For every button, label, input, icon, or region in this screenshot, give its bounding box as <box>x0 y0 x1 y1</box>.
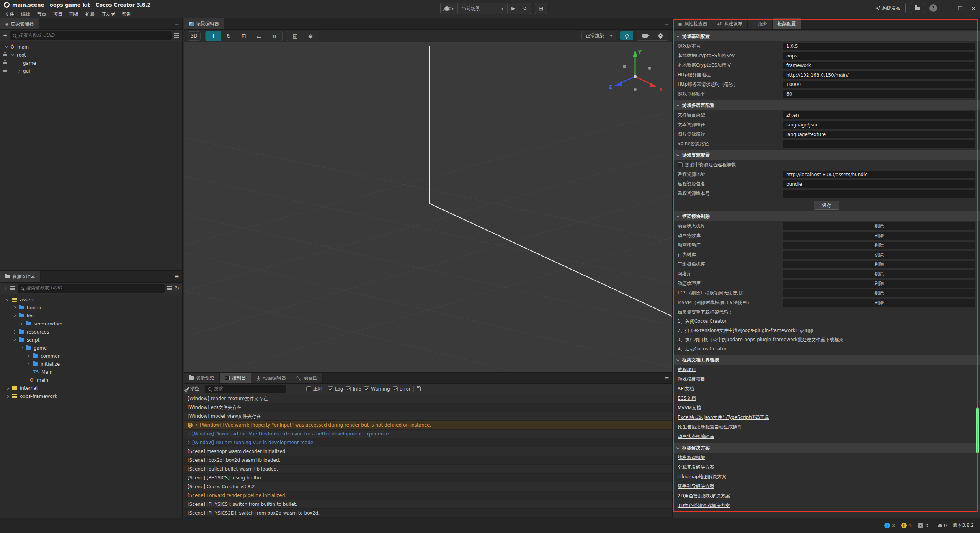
crypto-key-input[interactable]: oops <box>783 52 975 60</box>
link-excel-tool[interactable]: Excel格式转Json文件与TypeScript代码工具 <box>673 413 980 422</box>
status-warning-count[interactable]: ! 1 <box>901 523 912 528</box>
remove-move-button[interactable]: 剔除 <box>783 242 975 249</box>
camera-settings-button[interactable] <box>637 31 653 40</box>
log-row[interactable]: [Scene] [bullet]:bullet wasm lib loaded. <box>184 465 672 474</box>
log-row[interactable]: [Window] model_view文件夹存在 <box>184 412 672 421</box>
panel-menu-icon[interactable]: ≡ <box>175 21 179 27</box>
add-asset-button[interactable]: + <box>3 285 7 291</box>
remote-url-input[interactable]: http://localhost:8083/assets/bundle <box>783 171 975 178</box>
fps-input[interactable]: 60 <box>783 90 975 98</box>
log-row[interactable]: [Scene] [PHYSICS]: using builtin. <box>184 474 672 482</box>
section-module-removal[interactable]: 框架模块剔除 <box>673 211 980 221</box>
link-3d-rpg-solution[interactable]: 3D角色扮演游戏解决方案 <box>673 501 980 510</box>
tree-node-assets[interactable]: assets <box>0 296 182 304</box>
remove-ecs-button[interactable]: 剔除 <box>783 289 975 297</box>
log-row[interactable]: [Scene] [PHYSICS2D]: switch from box2d-w… <box>184 509 672 518</box>
chevron-down-icon[interactable] <box>13 338 16 341</box>
chevron-down-icon[interactable] <box>5 45 8 48</box>
remote-version-input[interactable] <box>783 190 975 198</box>
status-notifications[interactable]: 0 <box>938 523 947 528</box>
tree-node-game[interactable]: game <box>0 59 182 67</box>
expand-chevron-icon[interactable] <box>187 432 190 435</box>
tab-asset-preview[interactable]: 资源预览 <box>184 373 220 383</box>
tree-node-common[interactable]: common <box>0 352 182 360</box>
link-wargame-framework[interactable]: 战棋游戏框架 <box>673 453 980 463</box>
build-publish-button[interactable]: 构建发布 <box>871 3 906 13</box>
lighting-toggle-button[interactable] <box>620 31 633 40</box>
layout-button[interactable]: ⊞ <box>535 3 547 14</box>
tab-assets[interactable]: 资源管理器 <box>0 271 41 282</box>
tab-scene-editor[interactable]: 场景编辑器 <box>184 18 224 29</box>
remove-camera-button[interactable]: 剔除 <box>783 261 975 268</box>
log-row[interactable]: [Scene] meshopt wasm decoder initialized <box>184 447 672 456</box>
dimension-toggle-button[interactable]: 3D <box>188 31 201 41</box>
refresh-icon[interactable]: ↻ <box>175 285 179 291</box>
log-row[interactable]: [Window] ecs文件夹存在 <box>184 403 672 412</box>
move-tool-button[interactable]: ✛ <box>206 31 221 41</box>
gizmo-2d-tool-button[interactable]: ∪ <box>267 31 282 41</box>
tab-framework-config[interactable]: 框架配置 <box>773 18 801 29</box>
chevron-right-icon[interactable] <box>13 330 16 333</box>
crypto-iv-input[interactable]: framework <box>783 62 975 69</box>
chevron-right-icon[interactable] <box>6 394 9 397</box>
section-doc-links[interactable]: 框架文档工具链接 <box>673 355 980 365</box>
link-2d-rpg-solution[interactable]: 2D角色扮演游戏解决方案 <box>673 491 980 501</box>
chevron-right-icon[interactable] <box>26 354 29 357</box>
tree-node-main[interactable]: main <box>0 43 182 51</box>
menu-project[interactable]: 项目 <box>50 10 66 19</box>
filter-warning-checkbox[interactable]: Warning <box>364 386 390 392</box>
status-info-count[interactable]: i 3 <box>884 523 895 528</box>
axis-gizmo[interactable]: Y X Z <box>606 47 664 102</box>
log-file-icon[interactable] <box>416 386 421 391</box>
panel-menu-icon[interactable]: ≡ <box>665 21 669 27</box>
console-search-input[interactable]: 搜索 <box>205 385 286 393</box>
languages-input[interactable]: zh,en <box>783 111 975 119</box>
help-button[interactable]: ? <box>929 4 937 12</box>
log-row-highlight[interactable]: [Scene] Forward render pipeline initiali… <box>184 491 672 500</box>
tree-node-gui[interactable]: gui <box>0 67 182 75</box>
scene-select-dropdown[interactable]: 当前场景 ▾ <box>458 3 508 14</box>
close-button[interactable]: × <box>971 5 976 12</box>
rect-tool-button[interactable]: ▭ <box>252 31 267 41</box>
lock-icon[interactable] <box>3 70 7 72</box>
log-row[interactable]: [Scene] [PHYSICS]: switch from builtin t… <box>184 500 672 509</box>
menu-file[interactable]: 文件 <box>2 10 18 19</box>
chevron-right-icon[interactable] <box>13 306 16 309</box>
link-animator-editor[interactable]: 动画状态机编辑器 <box>673 432 980 441</box>
render-mode-dropdown[interactable]: 正常渲染 ▾ <box>581 31 616 40</box>
coordinate-space-button[interactable]: ◈ <box>303 31 318 41</box>
clear-console-button[interactable]: 清空 <box>187 386 199 392</box>
tree-node-bundle[interactable]: bundle <box>0 304 182 312</box>
reload-button[interactable]: ↺ <box>519 3 531 14</box>
link-api-docs[interactable]: API文档 <box>673 384 980 394</box>
tab-hierarchy[interactable]: ◈ 层级管理器 <box>0 18 39 29</box>
save-button[interactable]: 保存 <box>814 201 839 210</box>
tree-node-script[interactable]: script <box>0 336 182 344</box>
tab-build-publish[interactable]: 构建发布 <box>712 18 748 29</box>
expand-chevron-icon[interactable] <box>187 441 190 444</box>
section-solutions[interactable]: 框架解决方案 <box>673 443 980 453</box>
log-row[interactable]: [Scene] [box2d]:box2d wasm lib loaded. <box>184 456 672 465</box>
log-row-warning[interactable]: ! [Window] [Vue warn]: Property "onInput… <box>184 421 672 430</box>
tree-node-main-ts[interactable]: TSMain <box>0 368 182 376</box>
minimize-button[interactable]: ─ <box>946 5 949 11</box>
menu-panel[interactable]: 面板 <box>66 10 82 19</box>
tree-node-game-folder[interactable]: game <box>0 344 182 352</box>
sort-icon[interactable] <box>10 286 15 290</box>
http-timeout-input[interactable]: 10000 <box>783 81 975 88</box>
menu-help[interactable]: 帮助 <box>119 10 135 19</box>
http-server-input[interactable]: http://192.168.0.150/main/ <box>783 71 975 79</box>
chevron-down-icon[interactable] <box>6 298 9 301</box>
filter-info-checkbox[interactable]: Info <box>346 386 361 392</box>
menu-developer[interactable]: 开发者 <box>98 10 119 19</box>
view-settings-button[interactable] <box>653 31 668 40</box>
tree-node-main-scene[interactable]: main <box>0 376 182 384</box>
log-row[interactable]: [Scene] Cocos Creator v3.8.2 <box>184 482 672 491</box>
lock-icon[interactable] <box>3 54 7 56</box>
panel-menu-icon[interactable]: ≡ <box>665 375 669 381</box>
menu-edit[interactable]: 编辑 <box>18 10 34 19</box>
expand-chevron-icon[interactable] <box>195 423 198 426</box>
hierarchy-search-input[interactable]: 搜索名称或 UUID <box>10 31 172 40</box>
menu-node[interactable]: 节点 <box>34 10 50 19</box>
tree-node-oops-framework[interactable]: oops-framework <box>0 392 182 400</box>
